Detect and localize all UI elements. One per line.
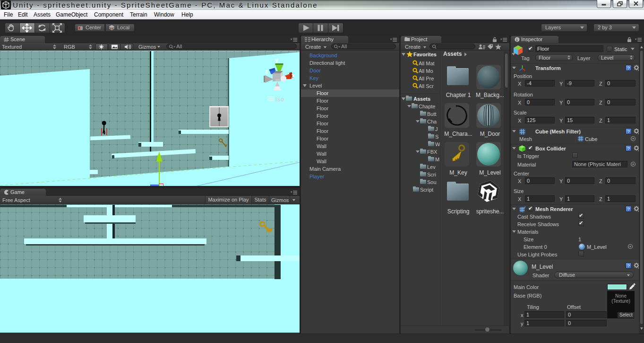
svg-text:y: y <box>275 57 278 63</box>
svg-text:x: x <box>292 72 295 79</box>
svg-text:z: z <box>265 68 268 75</box>
